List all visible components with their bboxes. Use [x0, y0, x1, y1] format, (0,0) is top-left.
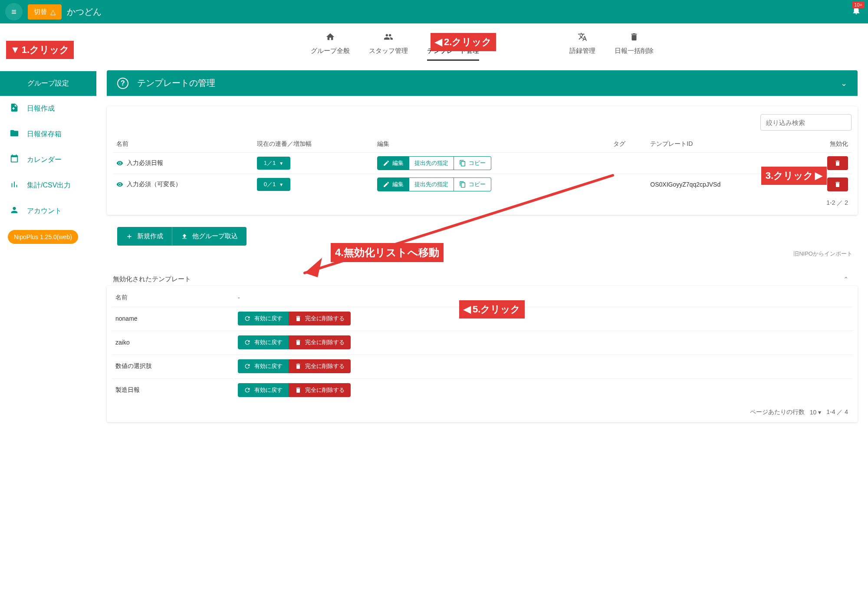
chevron-down-icon[interactable]: ⌄ [841, 79, 847, 88]
restore-button[interactable]: 有効に戻す [238, 383, 289, 397]
sidebar-item-csv[interactable]: 集計/CSV出力 [0, 173, 96, 198]
annotation-3: 3.クリック▶ [761, 167, 827, 185]
search-input[interactable] [766, 119, 848, 126]
row-name: noname [112, 307, 233, 330]
copy-icon [459, 160, 466, 167]
refresh-icon [244, 315, 251, 322]
th2-name: 名前 [112, 289, 233, 306]
tab-bulk-delete[interactable]: 日報一括削除 [615, 32, 654, 61]
sidebar: ▼1.クリック グループ設定 日報作成 日報保存箱 カレンダー 集計/CSV出力… [0, 23, 96, 440]
refresh-icon [244, 387, 251, 394]
sidebar-item-account[interactable]: アカウント [0, 198, 96, 224]
tab-staff[interactable]: スタッフ管理 [369, 32, 408, 61]
sidebar-item-group-settings[interactable]: グループ設定 [0, 71, 96, 96]
panel-header[interactable]: ? テンプレートの管理 ⌄ [107, 70, 858, 96]
menu-button[interactable]: ≡ [5, 3, 23, 20]
th-name: 名前 [113, 136, 253, 153]
row-name: 数値の選択肢 [112, 355, 233, 378]
disabled-section-title: 無効化されたテンプレート ⌃ [113, 275, 858, 283]
menu-icon: ≡ [11, 7, 16, 17]
tab-vocab[interactable]: 語録管理 [569, 32, 595, 61]
row-name: 入力必須（可変長） [127, 181, 181, 187]
chevron-up-icon[interactable]: ⌃ [843, 276, 849, 283]
eye-icon [116, 181, 123, 188]
permanent-delete-button[interactable]: 完全に削除する [289, 335, 351, 349]
import-button[interactable]: 他グループ取込 [172, 227, 247, 246]
action-row: 新規作成 他グループ取込 [117, 227, 858, 246]
eye-icon [116, 160, 123, 167]
table-row: 入力必須（可変長） 0／1▼ 編集 提出先の指定 コピー OS0XIGoyyZ7… [113, 174, 852, 195]
trash-icon [295, 339, 302, 346]
edit-button-group: 編集 提出先の指定 コピー [377, 156, 491, 170]
switch-button[interactable]: 切替 △ [28, 4, 62, 20]
copy-icon [459, 181, 466, 188]
table-row: zaiko 有効に戻す完全に削除する [112, 331, 852, 354]
table-row: 製造日報 有効に戻す完全に削除する [112, 378, 852, 401]
edit-button[interactable]: 編集 [377, 177, 409, 191]
trash-icon [629, 32, 639, 44]
new-button[interactable]: 新規作成 [117, 227, 172, 246]
th-disable: 無効化 [797, 136, 852, 153]
brand-name: かつどん [67, 6, 102, 18]
translate-icon [578, 32, 587, 44]
search-box[interactable] [760, 114, 852, 131]
pager-1: 1-2 ／ 2 [113, 195, 852, 207]
version-pill[interactable]: NipoPlus 1.25.0(web) [8, 230, 78, 244]
template-list-card: 3.クリック▶ 名前 現在の連番／増加幅 編集 タグ テンプレートID 無効化 … [107, 106, 858, 215]
th2-dash: - [234, 289, 852, 306]
trash-icon [834, 160, 841, 167]
folder-icon [10, 128, 19, 140]
restore-button[interactable]: 有効に戻す [238, 335, 289, 349]
main-content: ◀2.クリック グループ全般 スタッフ管理 テンプレート管理 語録管理 日報一括… [96, 23, 868, 440]
help-icon[interactable]: ? [117, 78, 128, 89]
trash-icon [295, 387, 302, 394]
row-name: zaiko [112, 331, 233, 354]
annotation-2: ◀2.クリック [431, 33, 496, 51]
dest-button[interactable]: 提出先の指定 [409, 177, 454, 191]
app-header: ≡ 切替 △ かつどん 10+ [0, 0, 868, 23]
restore-button[interactable]: 有効に戻す [238, 359, 289, 373]
sidebar-item-calendar[interactable]: カレンダー [0, 147, 96, 173]
sidebar-item-report-create[interactable]: 日報作成 [0, 96, 96, 122]
refresh-icon [244, 363, 251, 370]
calendar-icon [10, 154, 19, 166]
table-row: 入力必須日報 1／1▼ 編集 提出先の指定 コピー [113, 153, 852, 174]
page-size-select[interactable]: 10 ▾ [810, 409, 821, 416]
tab-group-general[interactable]: グループ全般 [311, 32, 350, 61]
th-tag: タグ [610, 136, 647, 153]
th-edit: 編集 [374, 136, 610, 153]
permanent-delete-button[interactable]: 完全に削除する [289, 312, 351, 325]
copy-button[interactable]: コピー [454, 177, 491, 191]
people-icon [384, 32, 393, 44]
seq-chip[interactable]: 1／1▼ [257, 157, 290, 170]
permanent-delete-button[interactable]: 完全に削除する [289, 359, 351, 373]
th-seq: 現在の連番／増加幅 [253, 136, 374, 153]
sidebar-item-report-box[interactable]: 日報保存箱 [0, 122, 96, 147]
old-import-link[interactable]: 旧NIPOからインポート [107, 250, 858, 258]
trash-icon [834, 181, 841, 188]
row-tag [610, 174, 647, 195]
edit-button[interactable]: 編集 [377, 156, 409, 170]
triangle-up-icon: △ [50, 8, 56, 16]
dest-button[interactable]: 提出先の指定 [409, 156, 454, 170]
upload-icon [181, 233, 188, 240]
switch-label: 切替 [34, 8, 47, 16]
trash-icon [295, 315, 302, 322]
dropdown-icon: ▾ [818, 409, 821, 416]
disable-button[interactable] [827, 177, 848, 191]
chart-icon [10, 180, 19, 191]
table-row: 数値の選択肢 有効に戻す完全に削除する [112, 355, 852, 378]
panel-title: テンプレートの管理 [137, 77, 215, 89]
edit-button-group: 編集 提出先の指定 コピー [377, 177, 491, 191]
home-icon [326, 32, 335, 44]
notification-button[interactable]: 10+ [852, 6, 861, 18]
copy-button[interactable]: コピー [454, 156, 491, 170]
refresh-icon [244, 339, 251, 346]
permanent-delete-button[interactable]: 完全に削除する [289, 383, 351, 397]
row-tag [610, 153, 647, 174]
seq-chip[interactable]: 0／1▼ [257, 178, 290, 191]
restore-button[interactable]: 有効に戻す [238, 312, 289, 325]
disable-button[interactable] [827, 156, 848, 170]
notification-badge: 10+ [852, 1, 865, 8]
template-table: 名前 現在の連番／増加幅 編集 タグ テンプレートID 無効化 入力必須日報 1… [113, 136, 852, 195]
